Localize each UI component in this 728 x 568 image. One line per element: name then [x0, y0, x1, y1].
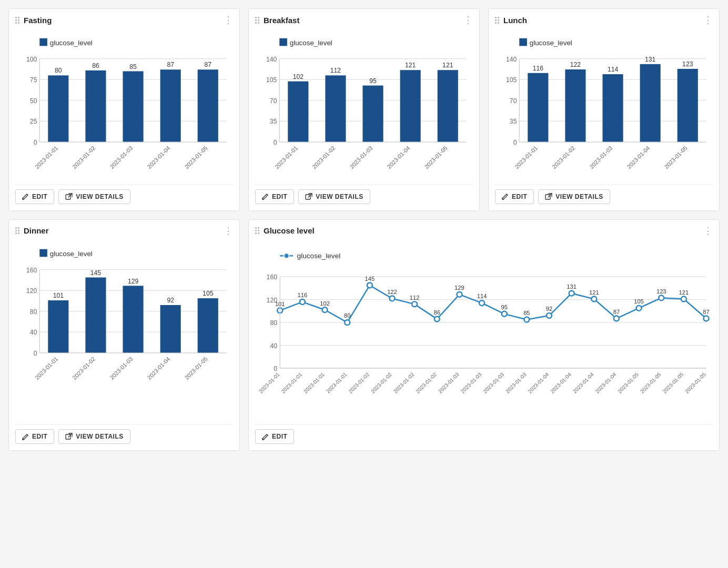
svg-text:2023-01-05: 2023-01-05	[684, 371, 707, 394]
bar-chart: glucose_level040801201601012023-01-01145…	[15, 244, 233, 385]
edit-icon	[502, 193, 509, 200]
card-menu[interactable]: ⋮	[224, 226, 233, 236]
card-lunch: Lunch ⋮ glucose_level035701051401162023-…	[488, 8, 720, 211]
svg-rect-86	[678, 69, 698, 142]
svg-text:86: 86	[92, 62, 99, 69]
svg-text:70: 70	[270, 97, 277, 105]
svg-text:121: 121	[442, 62, 453, 69]
svg-rect-52	[400, 70, 421, 142]
edit-button[interactable]: EDIT	[15, 429, 54, 444]
svg-text:2023-01-05: 2023-01-05	[423, 145, 449, 170]
card-menu[interactable]: ⋮	[224, 15, 233, 25]
svg-text:0: 0	[274, 139, 277, 146]
svg-text:140: 140	[266, 56, 277, 63]
svg-text:2023-01-02: 2023-01-02	[414, 371, 438, 394]
svg-text:2023-01-04: 2023-01-04	[594, 371, 618, 394]
drag-handle[interactable]	[15, 227, 19, 234]
svg-rect-0	[39, 38, 47, 46]
svg-text:2023-01-03: 2023-01-03	[482, 371, 505, 394]
svg-text:116: 116	[533, 65, 544, 72]
view-details-button[interactable]: VIEW DETAILS	[298, 189, 370, 204]
svg-text:2023-01-05: 2023-01-05	[662, 371, 685, 394]
svg-point-161	[457, 292, 462, 297]
card-header: Fasting ⋮	[15, 15, 233, 25]
svg-text:2023-01-02: 2023-01-02	[370, 371, 393, 394]
svg-text:2023-01-01: 2023-01-01	[258, 371, 281, 394]
card-title-area: Breakfast	[255, 16, 299, 25]
svg-text:87: 87	[703, 309, 709, 315]
drag-handle[interactable]	[15, 17, 19, 24]
edit-button[interactable]: EDIT	[15, 189, 54, 204]
card-header: Dinner ⋮	[15, 226, 233, 236]
svg-rect-43	[288, 82, 308, 142]
svg-text:2023-01-02: 2023-01-02	[71, 356, 96, 381]
svg-point-155	[412, 301, 417, 307]
card-glucose-level: Glucose level ⋮ glucose_level04080120160…	[248, 219, 720, 451]
svg-point-170	[524, 317, 529, 322]
drag-handle[interactable]	[255, 17, 259, 24]
card-dinner: Dinner ⋮ glucose_level040801201601012023…	[8, 219, 240, 451]
view-details-button[interactable]: VIEW DETAILS	[58, 189, 130, 204]
svg-point-176	[569, 291, 574, 296]
edit-label: EDIT	[512, 193, 527, 200]
edit-button[interactable]: EDIT	[255, 429, 294, 444]
edit-icon	[22, 433, 29, 440]
dashboard-grid: Fasting ⋮ glucose_level0255075100802023-…	[8, 8, 720, 451]
svg-text:glucose_level: glucose_level	[290, 39, 332, 47]
svg-text:87: 87	[204, 61, 211, 68]
svg-text:92: 92	[167, 297, 174, 304]
edit-icon	[22, 193, 29, 200]
svg-point-158	[434, 317, 440, 322]
view-details-button[interactable]: VIEW DETAILS	[58, 429, 130, 444]
svg-text:2023-01-03: 2023-01-03	[460, 371, 483, 394]
svg-text:2023-01-04: 2023-01-04	[572, 371, 595, 394]
svg-text:2023-01-05: 2023-01-05	[184, 145, 209, 170]
svg-point-194	[704, 316, 709, 321]
edit-button[interactable]: EDIT	[495, 189, 534, 204]
card-title: Lunch	[503, 16, 527, 25]
chart-area: glucose_level040801201601012023-01-01145…	[15, 240, 233, 420]
svg-text:95: 95	[369, 77, 377, 85]
svg-text:0: 0	[274, 365, 277, 372]
svg-text:80: 80	[30, 308, 37, 316]
view-details-button[interactable]: VIEW DETAILS	[538, 189, 610, 204]
external-link-icon	[65, 193, 73, 200]
card-menu[interactable]: ⋮	[463, 15, 473, 25]
svg-text:2023-01-05: 2023-01-05	[663, 145, 689, 170]
svg-text:2023-01-01: 2023-01-01	[325, 371, 348, 394]
svg-point-167	[502, 311, 507, 317]
svg-text:121: 121	[589, 289, 599, 296]
svg-rect-21	[160, 69, 181, 142]
svg-rect-83	[640, 64, 661, 142]
card-menu[interactable]: ⋮	[703, 15, 713, 25]
svg-text:2023-01-02: 2023-01-02	[71, 145, 96, 170]
edit-button[interactable]: EDIT	[255, 189, 294, 204]
svg-text:40: 40	[270, 342, 277, 349]
chart-area: glucose_level040801201601012023-01-01116…	[255, 240, 713, 420]
svg-rect-117	[198, 298, 218, 353]
card-menu[interactable]: ⋮	[703, 226, 713, 236]
card-header: Breakfast ⋮	[255, 15, 473, 25]
svg-text:145: 145	[90, 269, 102, 277]
svg-text:glucose_level: glucose_level	[530, 39, 572, 47]
svg-text:92: 92	[546, 306, 552, 312]
drag-handle[interactable]	[255, 227, 259, 234]
svg-text:102: 102	[293, 73, 304, 80]
svg-text:160: 160	[26, 266, 37, 273]
svg-text:2023-01-04: 2023-01-04	[549, 371, 572, 394]
svg-rect-77	[565, 69, 585, 142]
svg-rect-74	[528, 73, 548, 142]
svg-text:105: 105	[266, 76, 277, 84]
svg-point-149	[367, 282, 372, 288]
svg-text:2023-01-01: 2023-01-01	[34, 145, 59, 170]
edit-label: EDIT	[32, 433, 47, 440]
svg-point-146	[345, 320, 350, 325]
svg-text:121: 121	[405, 62, 416, 69]
svg-text:114: 114	[477, 293, 487, 299]
svg-text:2023-01-01: 2023-01-01	[280, 371, 304, 394]
chart-area: glucose_level035701051401162023-01-01122…	[495, 29, 713, 180]
card-footer: EDIT VIEW DETAILS	[15, 424, 233, 444]
drag-handle[interactable]	[495, 17, 499, 24]
svg-text:2023-01-04: 2023-01-04	[626, 145, 651, 170]
card-title: Breakfast	[264, 16, 299, 25]
